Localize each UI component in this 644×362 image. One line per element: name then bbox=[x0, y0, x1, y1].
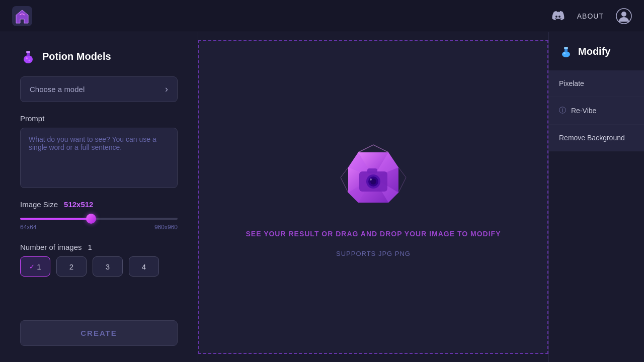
svg-point-9 bbox=[29, 60, 30, 61]
section-title: Potion Models bbox=[20, 48, 178, 64]
num-option-3[interactable]: 3 bbox=[93, 256, 123, 277]
num-option-1[interactable]: ✓ 1 bbox=[20, 256, 50, 277]
num-option-1-label: 1 bbox=[37, 262, 41, 271]
revibe-label: Re-Vibe bbox=[571, 107, 596, 115]
user-icon[interactable] bbox=[616, 8, 632, 24]
num-images-header: Number of images 1 bbox=[20, 243, 178, 251]
prompt-section: Prompt bbox=[20, 114, 178, 188]
svg-point-2 bbox=[558, 16, 560, 18]
app-header: ABOUT bbox=[0, 0, 644, 32]
right-panel: Modify Pixelate ⓘ Re-Vibe Remove Backgro… bbox=[548, 32, 644, 362]
num-option-3-label: 3 bbox=[106, 262, 110, 271]
prompt-label: Prompt bbox=[20, 114, 178, 123]
slider-min-label: 64x64 bbox=[20, 224, 37, 231]
svg-point-8 bbox=[26, 57, 28, 59]
svg-point-5 bbox=[24, 55, 33, 63]
num-option-2-label: 2 bbox=[69, 262, 73, 271]
discord-icon[interactable] bbox=[551, 9, 565, 23]
chevron-right-icon: › bbox=[165, 84, 168, 95]
image-size-value: 512x512 bbox=[64, 200, 93, 209]
slider-thumb[interactable] bbox=[86, 214, 96, 224]
main-layout: Potion Models Choose a model › Prompt Im… bbox=[0, 32, 644, 362]
drop-text-secondary: SUPPORTS JPG PNG bbox=[336, 250, 411, 257]
logo-icon bbox=[12, 6, 32, 26]
svg-rect-6 bbox=[27, 52, 30, 56]
left-panel: Potion Models Choose a model › Prompt Im… bbox=[0, 32, 198, 362]
pixelate-label: Pixelate bbox=[559, 79, 584, 87]
modify-title: Modify bbox=[578, 46, 610, 57]
model-selector[interactable]: Choose a model › bbox=[20, 76, 178, 102]
svg-point-16 bbox=[562, 51, 570, 57]
image-size-slider-container[interactable]: 64x64 960x960 bbox=[20, 214, 178, 231]
slider-max-label: 960x960 bbox=[154, 224, 178, 231]
header-nav: ABOUT bbox=[551, 8, 632, 24]
image-size-header: Image Size 512x512 bbox=[20, 200, 178, 209]
modify-option-remove-bg[interactable]: Remove Background bbox=[549, 125, 644, 151]
checkmark-icon: ✓ bbox=[29, 263, 35, 270]
svg-rect-17 bbox=[565, 48, 568, 52]
num-images-options: ✓ 1 2 3 4 bbox=[20, 256, 178, 277]
num-option-4-label: 4 bbox=[142, 262, 146, 271]
num-images-current: 1 bbox=[88, 243, 92, 251]
prompt-input[interactable] bbox=[20, 128, 178, 188]
drop-text-primary: SEE YOUR RESULT OR DRAG AND DROP YOUR IM… bbox=[246, 230, 501, 238]
header-logo bbox=[12, 6, 32, 26]
svg-point-19 bbox=[564, 52, 566, 54]
modify-option-pixelate[interactable]: Pixelate bbox=[549, 70, 644, 97]
modify-option-revibe[interactable]: ⓘ Re-Vibe bbox=[549, 97, 644, 125]
modify-header: Modify bbox=[549, 44, 644, 70]
slider-labels: 64x64 960x960 bbox=[20, 224, 178, 231]
modify-potion-icon bbox=[559, 44, 573, 58]
info-icon: ⓘ bbox=[559, 106, 566, 115]
section-title-text: Potion Models bbox=[42, 51, 111, 62]
num-images-section: Number of images 1 ✓ 1 2 3 4 bbox=[20, 243, 178, 277]
svg-rect-7 bbox=[26, 51, 30, 53]
center-panel[interactable]: SEE YOUR RESULT OR DRAG AND DROP YOUR IM… bbox=[198, 40, 548, 354]
slider-track bbox=[20, 218, 178, 220]
num-option-4[interactable]: 4 bbox=[129, 256, 159, 277]
image-size-section: Image Size 512x512 64x64 960x960 bbox=[20, 200, 178, 231]
svg-point-1 bbox=[555, 16, 557, 18]
svg-rect-18 bbox=[564, 47, 568, 49]
svg-point-14 bbox=[370, 178, 372, 180]
remove-bg-label: Remove Background bbox=[559, 134, 625, 142]
create-button[interactable]: CREATE bbox=[20, 320, 178, 346]
svg-rect-15 bbox=[367, 168, 377, 173]
model-selector-placeholder: Choose a model bbox=[30, 85, 85, 94]
potion-icon bbox=[20, 48, 36, 64]
about-link[interactable]: ABOUT bbox=[577, 12, 604, 20]
image-size-label: Image Size bbox=[20, 200, 58, 209]
camera-gem-icon bbox=[333, 137, 414, 218]
num-option-2[interactable]: 2 bbox=[56, 256, 87, 277]
svg-point-4 bbox=[621, 12, 626, 17]
num-images-label: Number of images bbox=[20, 243, 82, 251]
